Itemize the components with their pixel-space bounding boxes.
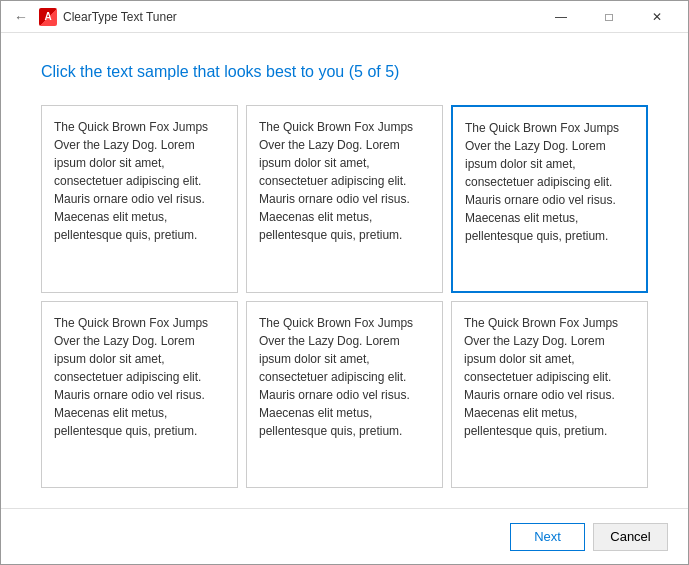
sample-box-6[interactable]: The Quick Brown Fox Jumps Over the Lazy …: [451, 301, 648, 489]
back-arrow-icon: ←: [14, 9, 28, 25]
sample-box-3[interactable]: The Quick Brown Fox Jumps Over the Lazy …: [451, 105, 648, 293]
window-title: ClearType Text Tuner: [63, 10, 177, 24]
cancel-button[interactable]: Cancel: [593, 523, 668, 551]
sample-text-3: The Quick Brown Fox Jumps Over the Lazy …: [465, 121, 619, 243]
sample-box-1[interactable]: The Quick Brown Fox Jumps Over the Lazy …: [41, 105, 238, 293]
content-area: Click the text sample that looks best to…: [1, 33, 688, 508]
sample-text-5: The Quick Brown Fox Jumps Over the Lazy …: [259, 316, 413, 438]
maximize-button[interactable]: □: [586, 1, 632, 33]
sample-box-2[interactable]: The Quick Brown Fox Jumps Over the Lazy …: [246, 105, 443, 293]
sample-text-4: The Quick Brown Fox Jumps Over the Lazy …: [54, 316, 208, 438]
sample-box-5[interactable]: The Quick Brown Fox Jumps Over the Lazy …: [246, 301, 443, 489]
app-icon: A: [39, 8, 57, 26]
title-bar: ← A ClearType Text Tuner — □ ✕: [1, 1, 688, 33]
title-bar-left: ← A ClearType Text Tuner: [9, 5, 177, 29]
samples-grid: The Quick Brown Fox Jumps Over the Lazy …: [41, 105, 648, 488]
back-button[interactable]: ←: [9, 5, 33, 29]
sample-text-6: The Quick Brown Fox Jumps Over the Lazy …: [464, 316, 618, 438]
instruction-text: Click the text sample that looks best to…: [41, 63, 648, 81]
minimize-button[interactable]: —: [538, 1, 584, 33]
sample-box-4[interactable]: The Quick Brown Fox Jumps Over the Lazy …: [41, 301, 238, 489]
close-button[interactable]: ✕: [634, 1, 680, 33]
title-bar-controls: — □ ✕: [538, 1, 680, 33]
sample-text-2: The Quick Brown Fox Jumps Over the Lazy …: [259, 120, 413, 242]
next-button[interactable]: Next: [510, 523, 585, 551]
sample-text-1: The Quick Brown Fox Jumps Over the Lazy …: [54, 120, 208, 242]
window: ← A ClearType Text Tuner — □ ✕ Click the…: [0, 0, 689, 565]
footer: Next Cancel: [1, 508, 688, 564]
